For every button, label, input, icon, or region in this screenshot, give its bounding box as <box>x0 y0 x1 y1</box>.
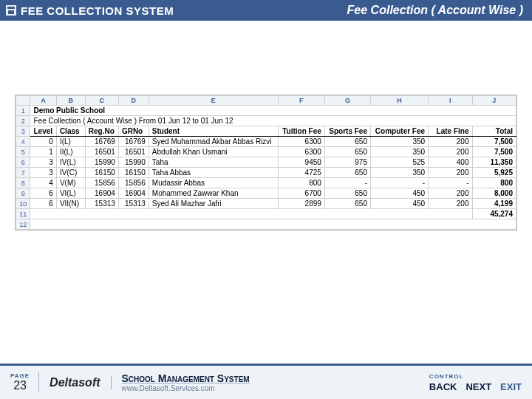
brand-name: Deltasoft <box>50 376 100 389</box>
save-disk-icon <box>6 5 16 16</box>
table-row: 7 3 IV(C) 16150 16150 Taha Abbas 4725 65… <box>16 168 516 178</box>
report-subtitle-row: 2 Fee Collection ( Account Wise ) From 0… <box>16 116 516 126</box>
grand-total: 45,274 <box>472 209 516 219</box>
table-row: 9 6 VI(L) 16904 16904 Mohammed Zawwar Kh… <box>16 188 516 199</box>
school-name: Demo Public School <box>30 106 516 116</box>
table-row: 10 6 VII(N) 15313 15313 Syed Ali Mazhar … <box>16 199 516 209</box>
table-row: 5 1 II(L) 16501 16501 Abdullah Khan Usma… <box>16 147 516 157</box>
control-label: CONTROL <box>429 373 522 380</box>
page-indicator: PAGE 23 <box>10 372 39 392</box>
spreadsheet: A B C D E F G H I J 1 Demo Public School… <box>15 95 517 231</box>
table-row: 6 3 IV(L) 15990 15990 Taha 9450 975 525 … <box>16 157 516 168</box>
table-row: 4 0 I(L) 16769 16769 Syed Muhammad Akbar… <box>16 137 516 147</box>
back-button[interactable]: BACK <box>429 381 457 392</box>
content-area: A B C D E F G H I J 1 Demo Public School… <box>0 21 532 231</box>
app-title: FEE COLLECTION SYSTEM <box>21 4 174 17</box>
header-left: FEE COLLECTION SYSTEM <box>6 4 174 17</box>
header-bar: FEE COLLECTION SYSTEM Fee Collection ( A… <box>0 0 532 21</box>
report-school-row: 1 Demo Public School <box>16 106 516 116</box>
svg-rect-1 <box>7 7 15 9</box>
svg-rect-2 <box>8 10 14 14</box>
page-label: PAGE <box>10 372 30 379</box>
system-title: School Management System <box>122 372 429 384</box>
exit-button[interactable]: EXIT <box>500 381 522 392</box>
system-block: School Management System www.Deltasoft.S… <box>112 372 429 392</box>
grand-total-row: 11 45,274 <box>16 209 516 219</box>
table-row: 8 4 V(M) 15856 15856 Mudassir Abbas 800 … <box>16 178 516 188</box>
control-block: CONTROL BACK NEXT EXIT <box>429 373 522 392</box>
blank-row: 12 <box>16 219 516 230</box>
next-button[interactable]: NEXT <box>466 381 491 392</box>
data-header-row: 3 Level Class Reg.No GRNo Student Tuitio… <box>16 126 516 137</box>
footer-bar: PAGE 23 Deltasoft School Management Syst… <box>0 364 532 399</box>
page-title: Fee Collection ( Account Wise ) <box>347 4 523 17</box>
report-subtitle: Fee Collection ( Account Wise ) From 01 … <box>30 116 516 126</box>
brand-block: Deltasoft <box>39 376 111 389</box>
page-number: 23 <box>10 379 30 392</box>
corner-cell <box>16 96 30 106</box>
system-url: www.Deltasoft.Services.com <box>122 384 429 392</box>
sheet-column-letters: A B C D E F G H I J <box>16 96 516 106</box>
